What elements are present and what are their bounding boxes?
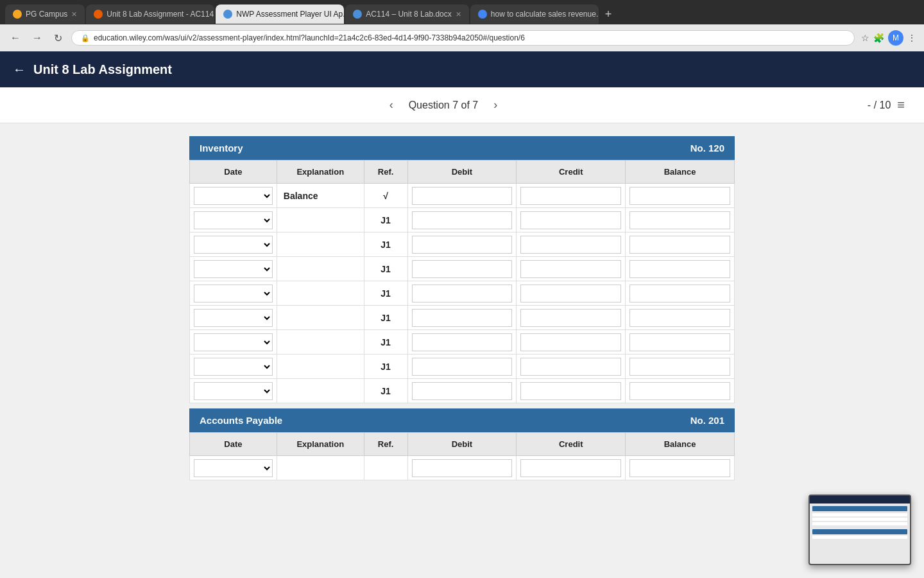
- date-select[interactable]: [194, 382, 273, 400]
- back-button[interactable]: ←: [13, 62, 26, 77]
- prev-question-button[interactable]: ‹: [384, 96, 398, 114]
- tab-nwp-assessment[interactable]: NWP Assessment Player UI Ap... ✕: [216, 4, 344, 24]
- debit-cell[interactable]: [407, 456, 517, 480]
- debit-input[interactable]: [412, 211, 513, 229]
- profile-button[interactable]: M: [888, 30, 903, 46]
- credit-input[interactable]: [520, 236, 621, 254]
- date-select[interactable]: [194, 285, 273, 302]
- balance-cell[interactable]: [626, 281, 735, 306]
- next-question-button[interactable]: ›: [488, 96, 502, 114]
- date-select[interactable]: [194, 459, 273, 477]
- back-button[interactable]: ←: [8, 31, 23, 45]
- new-tab-button[interactable]: +: [600, 8, 617, 21]
- menu-button[interactable]: ⋮: [907, 33, 916, 43]
- date-select[interactable]: [194, 309, 273, 327]
- credit-input[interactable]: [520, 382, 621, 400]
- tab-pg-campus[interactable]: PG Campus ✕: [5, 4, 85, 24]
- credit-input[interactable]: [520, 309, 621, 327]
- balance-input[interactable]: [629, 309, 730, 327]
- debit-input[interactable]: [412, 187, 513, 205]
- debit-input[interactable]: [412, 260, 513, 278]
- date-cell[interactable]: [190, 379, 277, 403]
- balance-cell[interactable]: [626, 208, 735, 232]
- credit-input[interactable]: [520, 285, 621, 302]
- credit-cell[interactable]: [517, 184, 626, 208]
- credit-cell[interactable]: [517, 355, 626, 379]
- credit-input[interactable]: [520, 358, 621, 376]
- date-cell[interactable]: [190, 456, 277, 480]
- credit-input[interactable]: [520, 459, 621, 477]
- balance-cell[interactable]: [626, 379, 735, 403]
- credit-input[interactable]: [520, 260, 621, 278]
- tab-close[interactable]: ✕: [456, 10, 461, 19]
- credit-input[interactable]: [520, 333, 621, 351]
- date-cell[interactable]: [190, 330, 277, 355]
- date-cell[interactable]: [190, 257, 277, 281]
- credit-cell[interactable]: [517, 257, 626, 281]
- tab-sales-revenue[interactable]: how to calculate sales revenue... ✕: [470, 4, 599, 24]
- extensions-button[interactable]: 🧩: [873, 33, 884, 43]
- credit-cell[interactable]: [517, 330, 626, 355]
- date-cell[interactable]: [190, 355, 277, 379]
- debit-cell[interactable]: [407, 232, 517, 257]
- debit-cell[interactable]: [407, 306, 517, 330]
- debit-cell[interactable]: [407, 257, 517, 281]
- date-cell[interactable]: [190, 208, 277, 232]
- date-cell[interactable]: [190, 306, 277, 330]
- credit-cell[interactable]: [517, 306, 626, 330]
- debit-input[interactable]: [412, 333, 513, 351]
- balance-input[interactable]: [629, 211, 730, 229]
- balance-input[interactable]: [629, 358, 730, 376]
- credit-cell[interactable]: [517, 379, 626, 403]
- list-icon[interactable]: ≡: [897, 98, 905, 112]
- balance-cell[interactable]: [626, 330, 735, 355]
- debit-cell[interactable]: [407, 355, 517, 379]
- debit-cell[interactable]: [407, 379, 517, 403]
- balance-input[interactable]: [629, 187, 730, 205]
- credit-cell[interactable]: [517, 208, 626, 232]
- balance-input[interactable]: [629, 260, 730, 278]
- date-cell[interactable]: [190, 184, 277, 208]
- balance-input[interactable]: [629, 333, 730, 351]
- date-cell[interactable]: [190, 281, 277, 306]
- balance-cell[interactable]: [626, 184, 735, 208]
- date-cell[interactable]: [190, 232, 277, 257]
- balance-cell[interactable]: [626, 355, 735, 379]
- balance-input[interactable]: [629, 382, 730, 400]
- balance-cell[interactable]: [626, 306, 735, 330]
- debit-cell[interactable]: [407, 184, 517, 208]
- balance-input[interactable]: [629, 236, 730, 254]
- debit-input[interactable]: [412, 459, 513, 477]
- tab-unit8-lab[interactable]: Unit 8 Lab Assignment - AC114... ✕: [86, 4, 214, 24]
- tab-ac114-docx[interactable]: AC114 – Unit 8 Lab.docx ✕: [345, 4, 468, 24]
- debit-input[interactable]: [412, 358, 513, 376]
- bookmark-button[interactable]: ☆: [861, 33, 869, 43]
- credit-cell[interactable]: [517, 456, 626, 480]
- forward-button[interactable]: →: [30, 31, 45, 45]
- reload-button[interactable]: ↻: [51, 31, 65, 46]
- date-select[interactable]: [194, 260, 273, 278]
- balance-input[interactable]: [629, 459, 730, 477]
- balance-cell[interactable]: [626, 456, 735, 480]
- date-select[interactable]: [194, 211, 273, 229]
- url-bar[interactable]: 🔒 education.wiley.com/was/ui/v2/assessme…: [71, 30, 855, 46]
- credit-input[interactable]: [520, 187, 621, 205]
- debit-input[interactable]: [412, 236, 513, 254]
- tab-close[interactable]: ✕: [71, 10, 77, 19]
- credit-cell[interactable]: [517, 232, 626, 257]
- debit-input[interactable]: [412, 285, 513, 302]
- balance-cell[interactable]: [626, 232, 735, 257]
- debit-cell[interactable]: [407, 330, 517, 355]
- credit-cell[interactable]: [517, 281, 626, 306]
- debit-input[interactable]: [412, 309, 513, 327]
- debit-cell[interactable]: [407, 281, 517, 306]
- date-select[interactable]: [194, 187, 273, 205]
- debit-input[interactable]: [412, 382, 513, 400]
- balance-cell[interactable]: [626, 257, 735, 281]
- date-select[interactable]: [194, 236, 273, 254]
- date-select[interactable]: [194, 358, 273, 376]
- credit-input[interactable]: [520, 211, 621, 229]
- balance-input[interactable]: [629, 285, 730, 302]
- date-select[interactable]: [194, 333, 273, 351]
- debit-cell[interactable]: [407, 208, 517, 232]
